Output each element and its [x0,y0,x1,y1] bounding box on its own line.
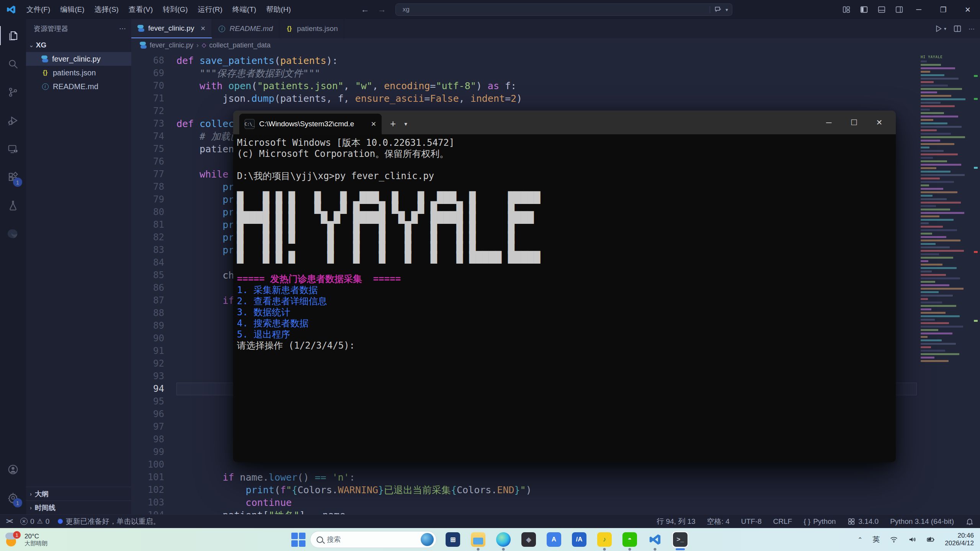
eol-sequence[interactable]: CRLF [773,517,792,526]
cmd-tab-close-icon[interactable]: ✕ [371,120,376,128]
taskbar-app-app-slash-a[interactable]: /A [571,531,587,548]
tab-fever_clinic.py[interactable]: fever_clinic.py✕ [131,19,212,38]
wifi-icon[interactable] [890,535,898,544]
cmd-window[interactable]: C:\_ C:\Windows\System32\cmd.e ✕ + ▾ ─ ☐… [233,111,896,462]
problems-indicator[interactable]: ✕ 0 ⚠ 0 [20,517,49,526]
breadcrumb-symbol[interactable]: collect_patient_data [209,41,271,49]
cmd-maximize-button[interactable]: ☐ [841,111,867,134]
menu-item[interactable]: 选择(S) [90,3,124,16]
encoding[interactable]: UTF-8 [741,517,762,526]
python-version[interactable]: 3.14.0 [847,517,879,526]
remote-indicator[interactable]: >< [6,517,12,525]
code-line[interactable]: 68def save_patients(patients): [131,54,917,67]
editor-more-actions-icon[interactable]: ⋯ [969,25,975,33]
new-tab-button[interactable]: + [390,118,396,130]
search-highlight-image[interactable] [421,533,434,546]
update-ready-message[interactable]: 更新已准备好，单击以重启。 [58,517,160,527]
menu-item[interactable]: 编辑(E) [55,3,89,16]
explorer-more-actions-icon[interactable]: ⋯ [119,24,126,33]
tray-overflow-icon[interactable]: ⌃ [858,536,862,543]
weather-widget[interactable]: 1 20°C 大部晴朗 [5,532,47,547]
menu-item[interactable]: 查看(V) [124,3,158,16]
input-language[interactable]: 英 [872,535,880,544]
taskbar-app-app-hexagon-a[interactable]: A [546,531,562,548]
explorer-file-README.md[interactable]: iREADME.md [26,80,131,93]
explorer-root-folder[interactable]: ⌄ XG [26,38,131,52]
window-minimize-button[interactable]: ─ [906,0,931,19]
taskbar-search[interactable]: 搜索 [310,531,436,548]
taskbar-app-terminal[interactable]: >_ [672,531,688,548]
sidebar-section-大纲[interactable]: ›大纲 [26,487,131,500]
taskbar-app-edge[interactable] [495,531,511,548]
start-button[interactable] [291,532,305,547]
taskbar-app-vscode[interactable] [647,531,663,548]
tab-README.md[interactable]: iREADME.md [212,19,279,38]
customize-layout-icon[interactable] [842,5,851,14]
window-restore-button[interactable]: ❐ [931,0,956,19]
tab-dropdown-icon[interactable]: ▾ [404,121,407,127]
split-editor-icon[interactable] [953,24,962,33]
cmd-titlebar[interactable]: C:\_ C:\Windows\System32\cmd.e ✕ + ▾ ─ ☐… [233,111,896,134]
taskbar-app-file-explorer[interactable] [470,531,486,548]
notifications-bell[interactable] [965,517,974,526]
nav-forward-icon[interactable]: → [378,5,386,15]
cmd-output[interactable]: Microsoft Windows [版本 10.0.22631.5472](c… [233,134,896,462]
minimap[interactable]: HI YAYALE [917,52,972,514]
activity-edge-tools[interactable] [0,220,26,248]
code-line[interactable]: 102 print(f"{Colors.WARNING}已退出当前采集{Colo… [131,484,917,496]
activity-account[interactable] [0,455,26,484]
menu-item[interactable]: 终端(T) [227,3,261,16]
cmd-close-button[interactable]: ✕ [867,111,892,134]
code-line[interactable]: 104 patient["姓名"] = name [131,509,917,514]
activity-extensions[interactable]: 1 [0,163,26,191]
cursor-position[interactable]: 行 94, 列 13 [657,517,695,527]
battery-icon[interactable] [926,535,935,544]
explorer-file-patients.json[interactable]: {}patients.json [26,66,131,80]
command-center-chevron-icon[interactable]: ▾ [725,7,728,13]
terminal-line: ===== 发热门诊患者数据采集 ===== [237,274,896,285]
taskbar-app-obsidian[interactable]: ◆ [521,531,537,548]
code-line[interactable]: 103 continue [131,496,917,509]
activity-explorer[interactable] [0,21,26,50]
activity-search[interactable] [0,50,26,78]
copilot-chat-icon[interactable] [714,5,722,14]
nav-back-icon[interactable]: ← [361,5,369,15]
activity-settings[interactable]: 1 [0,484,26,512]
menu-item[interactable]: 文件(F) [21,3,55,16]
breadcrumb[interactable]: fever_clinic.py › ◇ collect_patient_data [131,38,980,52]
indentation[interactable]: 空格: 4 [707,517,730,527]
explorer-file-fever_clinic.py[interactable]: fever_clinic.py [26,52,131,66]
taskbar-clock[interactable]: 20:46 2026/4/12 [945,532,974,547]
tab-close-icon[interactable]: ✕ [200,25,205,32]
breadcrumb-file[interactable]: fever_clinic.py [150,41,193,49]
root-folder-label: XG [36,41,46,49]
toggle-sidebar-icon[interactable] [860,5,868,14]
cmd-tab[interactable]: C:\_ C:\Windows\System32\cmd.e ✕ [239,114,382,134]
info-file-icon: i [41,83,49,90]
taskbar-app-wechat[interactable]: ◓ [622,531,638,548]
python-interpreter[interactable]: Python 3.14 (64-bit) [890,517,954,526]
taskbar-app-qq-music[interactable]: ♪ [596,531,612,548]
menu-item[interactable]: 运行(R) [193,3,227,16]
window-close-button[interactable]: ✕ [956,0,980,19]
activity-source-control[interactable] [0,78,26,106]
code-line[interactable]: 70 with open("patients.json", "w", encod… [131,80,917,92]
menu-item[interactable]: 转到(G) [158,3,193,16]
run-python-file-button[interactable]: ▾ [934,24,946,33]
command-center[interactable]: xg ▾ [395,3,732,16]
code-line[interactable]: 71 json.dump(patients, f, ensure_ascii=F… [131,92,917,105]
activity-run-debug[interactable] [0,106,26,135]
volume-icon[interactable] [908,535,916,544]
taskbar-app-microsoft-store[interactable]: ⊞ [445,531,461,548]
code-line[interactable]: 101 if name.lower() == 'n': [131,471,917,484]
toggle-secondary-sidebar-icon[interactable] [895,5,903,14]
activity-remote-explorer[interactable] [0,135,26,163]
tab-patients.json[interactable]: {}patients.json [279,19,345,38]
menu-item[interactable]: 帮助(H) [261,3,296,16]
code-line[interactable]: 69 """保存患者数据到文件""" [131,67,917,80]
language-mode[interactable]: { } Python [804,517,836,526]
activity-testing[interactable] [0,191,26,220]
toggle-panel-icon[interactable] [877,5,886,14]
sidebar-section-时间线[interactable]: ›时间线 [26,500,131,514]
cmd-minimize-button[interactable]: ─ [816,111,841,134]
